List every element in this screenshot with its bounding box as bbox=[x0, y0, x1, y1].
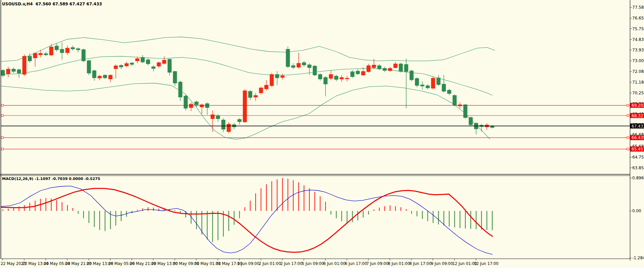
candle-body bbox=[135, 58, 139, 61]
bollinger-bands bbox=[1, 37, 495, 139]
level-drag-handle[interactable] bbox=[1, 115, 3, 117]
price-level-lines[interactable] bbox=[1, 104, 630, 150]
candle-body bbox=[216, 116, 220, 119]
price-axis[interactable]: 77.58076.65575.75574.83073.93073.00572.0… bbox=[630, 5, 644, 260]
level-drag-handle[interactable] bbox=[1, 137, 3, 139]
time-tick-label: 8 Jun 01:00 bbox=[388, 261, 410, 266]
candle-body bbox=[12, 69, 15, 72]
candle-body bbox=[109, 75, 112, 79]
candle-body bbox=[23, 56, 26, 74]
candle-body bbox=[141, 57, 145, 62]
candle-body bbox=[211, 115, 214, 119]
candle-body bbox=[76, 49, 80, 50]
level-drag-handle[interactable] bbox=[627, 148, 629, 150]
candle-body bbox=[49, 47, 53, 55]
time-tick-label: 6 Jun 17:00 bbox=[345, 261, 367, 266]
candle-body bbox=[453, 95, 456, 105]
candle-body bbox=[270, 75, 274, 86]
price-tick-label: 74.830 bbox=[632, 37, 644, 42]
candle-body bbox=[87, 60, 91, 73]
candle-body bbox=[437, 78, 440, 85]
bollinger-upper-band-line bbox=[1, 37, 495, 61]
candle-body bbox=[254, 95, 257, 97]
candle-body bbox=[447, 90, 451, 93]
badge-price-text: 67.433 bbox=[632, 124, 644, 129]
candle-body bbox=[162, 60, 166, 63]
candle-body bbox=[383, 68, 387, 71]
candle-body bbox=[302, 62, 306, 65]
candle-body bbox=[71, 47, 75, 49]
candle-body bbox=[399, 64, 403, 72]
macd-tick-label: 0.00 bbox=[632, 209, 641, 213]
candle-body bbox=[426, 86, 430, 88]
candle-body bbox=[345, 78, 349, 79]
candle-body bbox=[119, 65, 123, 67]
candle-body bbox=[238, 119, 241, 122]
time-tick-label: 12 Jun 01:00 bbox=[452, 261, 477, 266]
macd-main-line bbox=[1, 186, 492, 255]
candle-body bbox=[114, 66, 118, 69]
candle-body bbox=[44, 54, 48, 55]
time-tick-label: 9 Jun 09:00 bbox=[431, 261, 453, 266]
level-drag-handle[interactable] bbox=[1, 148, 3, 150]
candle-body bbox=[195, 102, 198, 105]
candle-body bbox=[178, 82, 182, 97]
time-tick-label: 2 Jun 01:00 bbox=[259, 261, 281, 266]
price-tick-label: 76.655 bbox=[632, 16, 644, 20]
candle-body bbox=[265, 85, 268, 89]
price-tick-label: 73.930 bbox=[632, 48, 644, 52]
candle-body bbox=[469, 118, 473, 125]
level-drag-handle[interactable] bbox=[1, 104, 3, 106]
candle-body bbox=[377, 65, 381, 69]
price-tick-label: 73.005 bbox=[632, 58, 644, 63]
candle-body bbox=[281, 76, 284, 78]
candle-body bbox=[6, 69, 10, 74]
current-price-badge: 67.433 bbox=[630, 124, 644, 129]
candles-group bbox=[1, 42, 494, 135]
candle-body bbox=[259, 88, 263, 93]
price-tick-label: 72.080 bbox=[632, 69, 644, 74]
candle-body bbox=[168, 59, 171, 72]
macd-indicator-label: MACD(12,26,9) -1.1097 -0.7039 0.0000 -0.… bbox=[2, 177, 100, 181]
level-price-badge: 66.435 bbox=[630, 135, 644, 140]
time-tick-label: 2 Jun 17:00 bbox=[280, 261, 303, 266]
time-tick-label: 5 Jun 09:00 bbox=[302, 261, 324, 266]
level-price-badge: 68.327 bbox=[630, 113, 644, 118]
candle-body bbox=[334, 76, 338, 80]
candle-body bbox=[420, 85, 424, 86]
macd-indicator bbox=[1, 178, 493, 254]
candle-body bbox=[248, 91, 252, 97]
candle-body bbox=[372, 65, 376, 68]
candle-body bbox=[173, 72, 177, 83]
bollinger-middle-band-line bbox=[1, 56, 492, 96]
candle-body bbox=[227, 124, 231, 132]
candle-body bbox=[388, 68, 392, 71]
level-drag-handle[interactable] bbox=[627, 115, 629, 117]
chart-canvas[interactable]: 77.58076.65575.75574.83073.93073.00572.0… bbox=[0, 0, 644, 268]
candle-body bbox=[125, 63, 128, 66]
candle-body bbox=[222, 120, 225, 129]
candle-body bbox=[291, 65, 295, 68]
candle-body bbox=[200, 105, 204, 107]
candle-body bbox=[130, 63, 134, 64]
badge-price-text: 66.435 bbox=[632, 135, 644, 140]
candle-body bbox=[313, 66, 317, 75]
candle-body bbox=[146, 60, 150, 64]
level-price-badge: 69.202 bbox=[630, 103, 644, 108]
candle-body bbox=[152, 67, 155, 69]
candle-body bbox=[82, 50, 85, 61]
level-drag-handle[interactable] bbox=[627, 137, 629, 139]
price-tick-label: 70.255 bbox=[632, 91, 644, 95]
candle-body bbox=[340, 78, 344, 79]
time-tick-label: 8 Jun 17:00 bbox=[409, 261, 432, 266]
candle-body bbox=[157, 63, 161, 66]
price-tick-label: 71.180 bbox=[632, 80, 644, 85]
macd-signal-line bbox=[1, 188, 493, 252]
candle-body bbox=[308, 65, 311, 68]
price-tick-label: 63.855 bbox=[632, 166, 644, 170]
candle-body bbox=[103, 75, 107, 78]
candle-body bbox=[33, 53, 37, 58]
candle-body bbox=[394, 64, 397, 68]
time-axis[interactable]: 22 May 202323 May 13:0024 May 05:0024 Ma… bbox=[1, 259, 498, 266]
level-drag-handle[interactable] bbox=[627, 104, 629, 106]
